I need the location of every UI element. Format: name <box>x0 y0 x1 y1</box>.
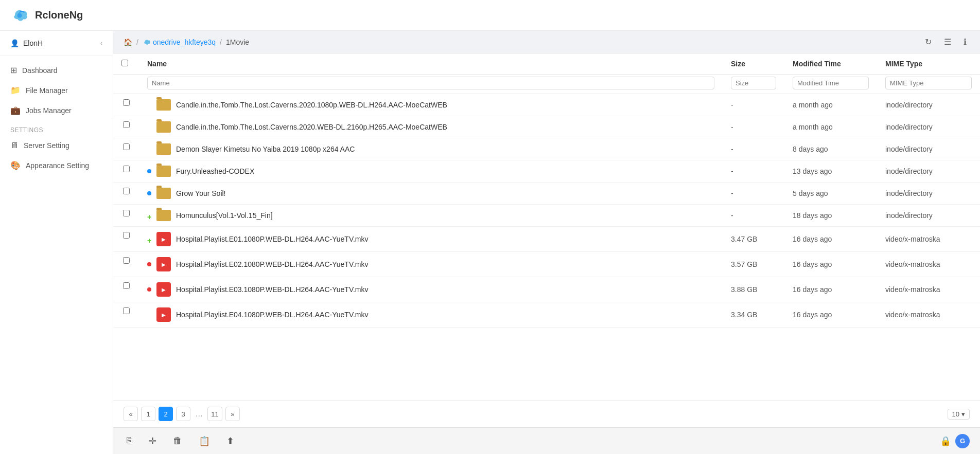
page-size-select[interactable]: 10 ▾ <box>948 409 970 420</box>
breadcrumb-remote[interactable]: onedrive_hkfteye3q <box>143 38 216 46</box>
g-badge-button[interactable]: G <box>955 434 970 448</box>
row-modified-cell: 5 days ago <box>784 183 877 205</box>
footer-right-actions: 🔒 G <box>940 434 970 448</box>
select-all-checkbox[interactable] <box>121 60 128 66</box>
page-prev-button[interactable]: « <box>124 407 138 421</box>
delete-button[interactable]: 🗑 <box>170 433 185 448</box>
row-name-cell: Hospital.Playlist.E04.1080P.WEB-DL.H264.… <box>139 302 723 328</box>
file-name[interactable]: Candle.in.the.Tomb.The.Lost.Caverns.2020… <box>176 123 447 131</box>
filter-size-input[interactable] <box>731 77 776 89</box>
info-button[interactable]: ℹ <box>960 36 970 48</box>
paste-button[interactable]: 📋 <box>196 433 213 449</box>
footer-toolbar: ⎘ ✛ 🗑 📋 ⬆ 🔒 G <box>113 427 980 454</box>
status-indicator <box>147 262 151 266</box>
row-checkbox[interactable] <box>123 143 130 150</box>
page-11-button[interactable]: 11 <box>207 407 222 421</box>
page-size-value: 10 <box>952 410 959 418</box>
row-modified-cell: 13 days ago <box>784 160 877 183</box>
row-checkbox[interactable] <box>123 282 130 289</box>
col-modified-header: Modified Time <box>784 53 877 75</box>
filter-mime-input[interactable] <box>885 77 972 89</box>
sidebar-item-dashboard[interactable]: ⊞ Dashboard <box>0 60 113 80</box>
row-checkbox-cell <box>113 205 139 222</box>
row-size-cell: 3.47 GB <box>723 227 784 252</box>
video-icon <box>156 257 171 271</box>
col-name-header: Name <box>139 53 723 75</box>
page-3-button[interactable]: 3 <box>176 407 190 421</box>
user-icon: 👤 <box>10 39 19 47</box>
lock-button[interactable]: 🔒 <box>940 435 951 447</box>
app-logo <box>10 6 29 25</box>
filter-modified-input[interactable] <box>793 77 869 89</box>
sidebar-item-jobs-manager[interactable]: 💼 Jobs Manager <box>0 100 113 120</box>
row-checkbox[interactable] <box>123 166 130 172</box>
status-indicator <box>147 169 151 173</box>
row-mime-cell: video/x-matroska <box>877 302 980 328</box>
page-1-button[interactable]: 1 <box>141 407 155 421</box>
sidebar-item-appearance-setting[interactable]: 🎨 Appearance Setting <box>0 155 113 175</box>
file-name[interactable]: Hospital.Playlist.E04.1080P.WEB-DL.H264.… <box>176 311 369 319</box>
page-2-button[interactable]: 2 <box>159 407 173 421</box>
sidebar-item-server-setting[interactable]: 🖥 Server Setting <box>0 136 113 155</box>
filter-name-input[interactable] <box>147 77 714 89</box>
pagination-bar: « 1 2 3 ... 11 » 10 ▾ <box>113 400 980 427</box>
row-modified-cell: 18 days ago <box>784 205 877 227</box>
copy-button[interactable]: ⎘ <box>124 433 135 448</box>
folder-icon: 📁 <box>10 85 21 95</box>
file-name[interactable]: Hospital.Playlist.E01.1080P.WEB-DL.H264.… <box>176 235 369 243</box>
row-size-cell: 3.57 GB <box>723 252 784 277</box>
list-view-button[interactable]: ☰ <box>941 36 954 48</box>
row-mime-cell: inode/directory <box>877 183 980 205</box>
row-mime-cell: video/x-matroska <box>877 227 980 252</box>
sidebar-nav: ⊞ Dashboard 📁 File Manager 💼 Jobs Manage… <box>0 56 113 179</box>
sidebar-chevron-icon[interactable]: ‹ <box>100 40 102 47</box>
sidebar-item-file-manager[interactable]: 📁 File Manager <box>0 80 113 100</box>
row-checkbox[interactable] <box>123 232 130 239</box>
row-checkbox[interactable] <box>123 257 130 264</box>
file-name[interactable]: Fury.Unleashed-CODEX <box>176 167 254 175</box>
file-name[interactable]: Candle.in.the.Tomb.The.Lost.Caverns.2020… <box>176 101 447 109</box>
row-size-cell: 3.88 GB <box>723 277 784 302</box>
file-name[interactable]: Hospital.Playlist.E02.1080P.WEB-DL.H264.… <box>176 260 369 268</box>
row-checkbox[interactable] <box>123 188 130 194</box>
row-mime-cell: inode/directory <box>877 205 980 227</box>
move-button[interactable]: ✛ <box>146 433 160 449</box>
row-name-cell: Candle.in.the.Tomb.The.Lost.Caverns.2020… <box>139 116 723 138</box>
table-row: +Homunculus[Vol.1-Vol.15_Fin]-18 days ag… <box>113 205 980 227</box>
row-checkbox-cell <box>113 277 139 294</box>
file-name[interactable]: Homunculus[Vol.1-Vol.15_Fin] <box>176 211 273 220</box>
file-name[interactable]: Hospital.Playlist.E03.1080P.WEB-DL.H264.… <box>176 285 369 294</box>
breadcrumb-remote-link[interactable]: onedrive_hkfteye3q <box>153 38 216 46</box>
row-modified-cell: a month ago <box>784 94 877 116</box>
row-checkbox-cell <box>113 160 139 177</box>
row-name-cell: Fury.Unleashed-CODEX <box>139 160 723 183</box>
sidebar-username: 👤 ElonH <box>10 39 43 47</box>
breadcrumb-home[interactable]: 🏠 <box>124 38 132 46</box>
breadcrumb-actions: ↻ ☰ ℹ <box>922 36 970 48</box>
upload-button[interactable]: ⬆ <box>223 433 237 449</box>
row-checkbox-cell <box>113 183 139 199</box>
table-row: Hospital.Playlist.E02.1080P.WEB-DL.H264.… <box>113 252 980 277</box>
row-size-cell: - <box>723 138 784 160</box>
folder-icon <box>156 166 171 177</box>
file-name[interactable]: Grow Your Soil! <box>176 189 226 197</box>
table-row: Hospital.Playlist.E03.1080P.WEB-DL.H264.… <box>113 277 980 302</box>
row-modified-cell: 16 days ago <box>784 302 877 328</box>
row-mime-cell: inode/directory <box>877 94 980 116</box>
row-checkbox-cell <box>113 116 139 133</box>
table-row: Grow Your Soil!-5 days agoinode/director… <box>113 183 980 205</box>
table-row: +Hospital.Playlist.E01.1080P.WEB-DL.H264… <box>113 227 980 252</box>
row-checkbox[interactable] <box>123 210 130 216</box>
table-row: Demon Slayer Kimetsu No Yaiba 2019 1080p… <box>113 138 980 160</box>
file-name[interactable]: Demon Slayer Kimetsu No Yaiba 2019 1080p… <box>176 145 355 153</box>
status-indicator <box>147 287 151 292</box>
refresh-button[interactable]: ↻ <box>922 36 935 48</box>
row-checkbox[interactable] <box>123 121 130 128</box>
row-checkbox[interactable] <box>123 307 130 314</box>
app-title: RcloneNg <box>35 9 83 21</box>
folder-icon <box>156 99 171 111</box>
row-checkbox[interactable] <box>123 99 130 106</box>
col-mime-header: MIME Type <box>877 53 980 75</box>
breadcrumb-sep-2: / <box>220 38 222 46</box>
page-next-button[interactable]: » <box>225 407 240 421</box>
